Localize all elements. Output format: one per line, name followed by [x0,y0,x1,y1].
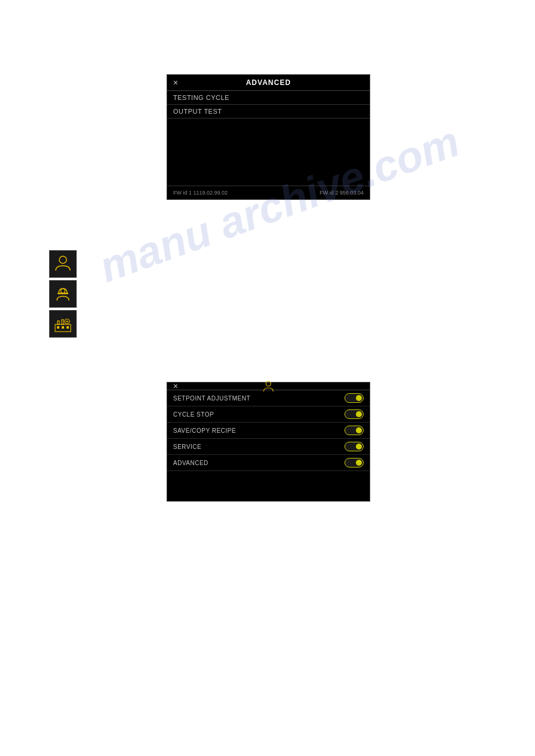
save-copy-recipe-label: SAVE/COPY RECIPE [173,427,236,434]
service-label: SERVICE [173,444,201,450]
close-button-top[interactable]: × [173,78,178,87]
panel-header-bottom: × [167,382,370,390]
user-icon [53,254,73,274]
save-copy-recipe-toggle[interactable] [344,426,364,435]
save-copy-recipe-row[interactable]: SAVE/COPY RECIPE [167,423,370,439]
engineer-icon [53,284,73,304]
cycle-stop-toggle[interactable] [344,409,364,419]
panel-footer: FW id 1 1119.02.99.02 FW id 2 956.03.04 [167,186,370,199]
factory-icon-box[interactable] [49,310,77,338]
setpoint-adjustment-label: SETPOINT ADJUSTMENT [173,395,250,402]
factory-icon [53,314,73,334]
svg-point-0 [59,256,67,263]
panel-header-top: × ADVANCED [167,75,370,91]
header-person-icon [262,379,275,393]
cycle-stop-label: CYCLE STOP [173,411,214,418]
service-row[interactable]: SERVICE [167,439,370,455]
output-test-row[interactable]: OUTPUT TEST [167,105,370,119]
service-toggle[interactable] [344,442,364,451]
svg-point-2 [61,289,65,293]
icon-group [49,250,77,338]
advanced-toggle[interactable] [344,458,364,467]
setpoint-adjustment-row[interactable]: SETPOINT ADJUSTMENT [167,390,370,406]
testing-cycle-row[interactable]: TESTING CYCLE [167,91,370,105]
svg-point-11 [266,381,271,386]
setpoint-adjustment-toggle[interactable] [344,393,364,403]
panel-content-area [167,119,370,166]
advanced-row[interactable]: ADVANCED [167,455,370,471]
svg-point-10 [67,321,68,323]
svg-rect-6 [67,326,69,329]
engineer-icon-box[interactable] [49,280,77,308]
svg-rect-5 [62,326,64,329]
user-icon-box[interactable] [49,250,77,278]
advanced-label: ADVANCED [173,460,208,466]
panel-title-top: ADVANCED [246,78,291,87]
svg-rect-4 [57,326,59,329]
fw-id-right: FW id 2 956.03.04 [319,190,364,196]
fw-id-left: FW id 1 1119.02.99.02 [173,190,228,196]
advanced-panel-top: × ADVANCED TESTING CYCLE OUTPUT TEST FW … [167,74,370,200]
svg-rect-7 [58,321,59,324]
advanced-panel-bottom: × SETPOINT ADJUSTMENT CYCLE STOP SAVE/CO… [167,382,370,502]
svg-rect-8 [62,320,64,324]
cycle-stop-row[interactable]: CYCLE STOP [167,406,370,423]
close-button-bottom[interactable]: × [173,381,178,391]
